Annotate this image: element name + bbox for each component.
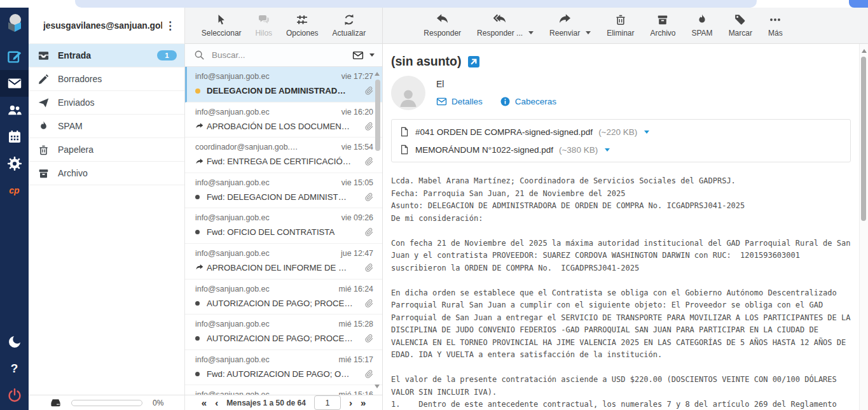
- next-page-button[interactable]: ›: [349, 398, 352, 407]
- settings-nav-button[interactable]: [0, 150, 29, 177]
- body-paragraph: En dicha orden se establece que el Contr…: [391, 287, 859, 362]
- threads-button[interactable]: Hilos: [255, 13, 272, 38]
- search-input[interactable]: [210, 50, 347, 60]
- reply-all-button[interactable]: Responder ...: [477, 13, 523, 38]
- sidebar-item-inbox[interactable]: Entrada 1: [29, 44, 184, 67]
- folder-label: Archivo: [58, 168, 88, 178]
- scroll-down-icon[interactable]: [375, 385, 380, 388]
- refresh-button[interactable]: Actualizar: [332, 13, 366, 38]
- list-item[interactable]: info@sanjuan.gob.ecmié 15:28 AUTORIZACIO…: [185, 315, 382, 350]
- sidebar-item-drafts[interactable]: Borradores: [29, 67, 184, 91]
- search-bar: [185, 44, 382, 67]
- folder-label: SPAM: [58, 121, 83, 131]
- sidebar-item-archive[interactable]: Archivo: [29, 162, 184, 185]
- list-item[interactable]: info@sanjuan.gob.ecjue 12:47 APROBACION …: [185, 244, 382, 279]
- reply-button[interactable]: Responder: [424, 13, 461, 38]
- list-item[interactable]: info@sanjuan.gob.ecmié 16:24 AUTORIZACIO…: [185, 279, 382, 315]
- forward-button[interactable]: Reenviar: [549, 13, 580, 38]
- attachment-name: MEMORÁNDUM N°1022-signed.pdf: [415, 145, 553, 155]
- dark-mode-button[interactable]: [0, 329, 29, 355]
- threads-label: Hilos: [255, 29, 272, 38]
- flame-icon: [696, 13, 708, 26]
- attachment-menu-chevron-down-icon[interactable]: [644, 131, 649, 134]
- sidebar-item-spam[interactable]: SPAM: [29, 115, 184, 138]
- headers-link[interactable]: Cabeceras: [500, 96, 556, 107]
- sidebar-item-trash[interactable]: Papelera: [29, 138, 184, 162]
- list-item[interactable]: info@sanjuan.gob.ecvie 15:05 Fwd: DELEGA…: [185, 173, 382, 209]
- list-item[interactable]: info@sanjuan.gob.ecmié 15:17 Fwd: AUTORI…: [185, 350, 382, 386]
- trash-icon: [614, 13, 627, 26]
- tag-icon: [734, 13, 747, 26]
- archive-button[interactable]: Archivo: [650, 13, 675, 38]
- sidebar-item-sent[interactable]: Enviados: [29, 91, 184, 115]
- reader-scrollbar-thumb[interactable]: [861, 57, 866, 221]
- message-time: vie 09:26: [341, 213, 373, 223]
- calendar-nav-button[interactable]: [0, 124, 29, 150]
- attachment-icon: [364, 122, 373, 131]
- forwarded-icon: [195, 263, 207, 272]
- reply-all-icon: [493, 13, 506, 26]
- search-scope-mail-icon[interactable]: [352, 50, 364, 61]
- help-button[interactable]: ?: [0, 355, 29, 382]
- attachment-size: (~220 KB): [598, 127, 637, 137]
- forward-chevron-down-icon[interactable]: [586, 31, 591, 34]
- compose-button[interactable]: [0, 43, 29, 70]
- message-time: vie 15:05: [341, 178, 373, 188]
- page-number-input[interactable]: [314, 395, 341, 410]
- scroll-up-icon[interactable]: [862, 49, 867, 53]
- flagged-dot-icon: [195, 88, 207, 94]
- spam-button[interactable]: SPAM: [692, 13, 713, 38]
- options-button[interactable]: Opciones: [286, 13, 319, 38]
- message-sender: info@sanjuan.gob.ec: [195, 108, 270, 117]
- cpanel-logo: cp: [9, 185, 19, 195]
- list-item[interactable]: info@sanjuan.gob.ecvie 17:27 DELEGACION …: [185, 67, 382, 102]
- folder-label: Enviados: [58, 97, 95, 108]
- mail-nav-button[interactable]: [0, 70, 29, 97]
- attachment-icon: [364, 192, 373, 202]
- list-item[interactable]: info@sanjuan.gob.ecmié 15:16: [185, 385, 382, 395]
- attachment-menu-chevron-down-icon[interactable]: [605, 148, 610, 152]
- first-page-button[interactable]: «: [202, 398, 207, 407]
- account-menu-icon[interactable]: ⋮: [162, 19, 178, 32]
- more-button[interactable]: Más: [768, 13, 783, 38]
- select-button[interactable]: Seleccionar: [202, 13, 242, 38]
- prev-page-button[interactable]: ‹: [215, 398, 218, 407]
- envelope-icon: [436, 96, 447, 107]
- message-subject: APROBACIÓN DE LOS DOCUMEN…: [207, 122, 360, 131]
- flame-icon: [38, 120, 50, 132]
- reply-arrow-icon: [436, 13, 449, 26]
- message-time: vie 16:20: [341, 108, 373, 117]
- browser-chrome-strip: [0, 0, 868, 8]
- forwarded-icon: [195, 157, 207, 166]
- list-item[interactable]: coordinador@sanjuan.gob.…vie 15:54 Fwd: …: [185, 138, 382, 173]
- scroll-up-icon[interactable]: [375, 72, 380, 76]
- attachment-item[interactable]: MEMORÁNDUM N°1022-signed.pdf (~380 KB): [399, 141, 843, 159]
- trash-icon: [38, 144, 50, 156]
- quota-percent: 0%: [153, 399, 163, 407]
- reply-all-chevron-down-icon[interactable]: [528, 31, 534, 34]
- message-sender: info@sanjuan.gob.ec: [195, 249, 270, 258]
- message-subject: APROBACION DEL INFORME DE …: [207, 263, 360, 272]
- list-item[interactable]: info@sanjuan.gob.ecvie 16:20 APROBACIÓN …: [185, 102, 382, 138]
- options-label: Opciones: [286, 29, 319, 38]
- details-link[interactable]: Detalles: [436, 96, 483, 107]
- list-item[interactable]: info@sanjuan.gob.ecvie 09:26 Fwd: OFICIO…: [185, 208, 382, 244]
- message-subject: Fwd: ENTREGA DE CERTIFICACIÓ…: [207, 157, 360, 166]
- attachment-icon: [364, 86, 373, 95]
- delete-button[interactable]: Eliminar: [607, 13, 634, 38]
- last-page-button[interactable]: »: [361, 398, 366, 407]
- headers-label: Cabeceras: [515, 97, 556, 106]
- logout-button[interactable]: [0, 382, 29, 409]
- unread-dot-icon: [195, 195, 207, 199]
- attachment-item[interactable]: #041 ORDEN DE COMPRA-signed-signed.pdf (…: [399, 123, 843, 141]
- search-options-chevron-down-icon[interactable]: [369, 53, 375, 57]
- contacts-nav-button[interactable]: [0, 97, 29, 124]
- ellipsis-icon: [769, 13, 782, 26]
- cpanel-nav-button[interactable]: cp: [0, 177, 29, 204]
- reader-scrollbar[interactable]: [859, 44, 868, 410]
- open-in-new-window-icon[interactable]: [468, 56, 479, 67]
- mark-button[interactable]: Marcar: [729, 13, 752, 38]
- message-time: mié 16:24: [339, 285, 373, 294]
- list-scrollbar-thumb[interactable]: [375, 80, 380, 151]
- message-sender: coordinador@sanjuan.gob.…: [195, 143, 298, 152]
